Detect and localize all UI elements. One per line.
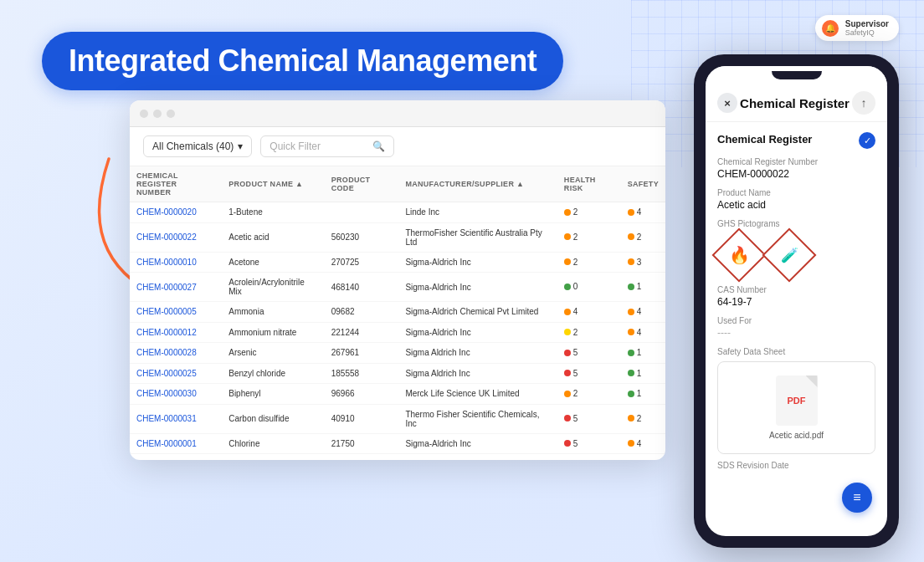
safety-cell: 4: [621, 322, 665, 343]
cas-number-label: CAS Number: [717, 285, 875, 294]
register-number-cell[interactable]: CHEM-0000030: [130, 384, 222, 405]
table-row[interactable]: CHEM-0000031 Carbon disulfide 40910 Ther…: [130, 404, 665, 433]
product-code-cell: 09682: [325, 302, 399, 323]
register-number-cell[interactable]: CHEM-0000020: [130, 202, 222, 223]
col-health-risk: Health Risk: [557, 166, 621, 202]
register-number-cell[interactable]: CHEM-0000025: [130, 363, 222, 384]
quick-filter-search[interactable]: Quick Filter 🔍: [260, 135, 394, 157]
safety-cell: 2: [621, 222, 665, 252]
table-toolbar: All Chemicals (40) ▾ Quick Filter 🔍: [130, 127, 665, 166]
register-number-cell[interactable]: CHEM-0000005: [130, 302, 222, 323]
browser-dot-1: [140, 110, 148, 118]
register-number-cell[interactable]: CHEM-0000031: [130, 404, 222, 433]
chevron-down-icon: ▾: [238, 140, 243, 152]
table-area: All Chemicals (40) ▾ Quick Filter 🔍 Chem…: [130, 127, 665, 454]
filter-dropdown[interactable]: All Chemicals (40) ▾: [143, 135, 252, 157]
health-risk-cell: 2: [557, 202, 621, 223]
supplier-cell: Sigma-Aldrich Inc: [398, 252, 557, 273]
product-name-label: Product Name: [717, 188, 875, 197]
supplier-cell: Sigma Aldrich Inc: [398, 343, 557, 364]
safety-cell: 4: [621, 433, 665, 454]
register-number-cell[interactable]: CHEM-0000022: [130, 222, 222, 252]
pdf-card[interactable]: PDF Acetic acid.pdf: [717, 361, 875, 454]
supplier-cell: Merck Life Science UK Limited: [398, 384, 557, 405]
upload-button[interactable]: ↑: [852, 91, 875, 115]
col-manufacturer: Manufacturer/Supplier ▲: [398, 166, 557, 202]
phone-app-title: Chemical Register: [740, 96, 850, 110]
health-risk-cell: 2: [557, 252, 621, 273]
col-safety: Safety: [621, 166, 665, 202]
health-risk-cell: 4: [557, 302, 621, 323]
header-user-bar: 🔔 Supervisor SafetyIQ: [815, 15, 899, 41]
safety-cell: 4: [621, 302, 665, 323]
register-number-cell[interactable]: CHEM-0000027: [130, 273, 222, 302]
user-subtitle: SafetyIQ: [845, 28, 889, 37]
browser-dot-2: [153, 110, 162, 118]
safety-cell: 2: [621, 404, 665, 433]
product-name-cell: Arsenic: [222, 343, 325, 364]
register-number-cell[interactable]: CHEM-0000028: [130, 343, 222, 364]
table-row[interactable]: CHEM-0000028 Arsenic 267961 Sigma Aldric…: [130, 343, 665, 364]
product-name-value: Acetic acid: [717, 199, 875, 211]
ghs-pictograms-label: GHS Pictograms: [717, 219, 875, 228]
product-name-cell: 1-Butene: [222, 202, 325, 223]
table-row[interactable]: CHEM-0000020 1-Butene Linde Inc 2 4: [130, 202, 665, 223]
table-row[interactable]: CHEM-0000030 Biphenyl 96966 Merck Life S…: [130, 384, 665, 405]
table-row[interactable]: CHEM-0000027 Acrolein/Acrylonitrile Mix …: [130, 273, 665, 302]
notification-bell[interactable]: 🔔: [822, 20, 839, 37]
table-header: Chemical RegisterNumber Product Name ▲ P…: [130, 166, 665, 202]
supplier-cell: Sigma-Aldrich Inc: [398, 273, 557, 302]
ghs-flammable: 🔥: [717, 233, 761, 277]
supplier-cell: Sigma Aldrich Inc: [398, 363, 557, 384]
table-row[interactable]: CHEM-0000025 Benzyl chloride 185558 Sigm…: [130, 363, 665, 384]
used-for-value: ----: [717, 327, 875, 339]
phone-app-header: × Chemical Register ↑: [706, 84, 887, 122]
product-name-cell: Biphenyl: [222, 384, 325, 405]
register-number-cell[interactable]: CHEM-0000001: [130, 433, 222, 454]
browser-bar: [130, 100, 665, 127]
phone-section-title: Chemical Register: [717, 133, 812, 146]
product-code-cell: [325, 202, 399, 223]
product-name-cell: Ammonia: [222, 302, 325, 323]
health-risk-cell: 2: [557, 384, 621, 405]
browser-dot-3: [167, 110, 175, 118]
ghs-pictograms: 🔥 🧪: [717, 233, 875, 277]
product-code-cell: 21750: [325, 433, 399, 454]
col-register-number: Chemical RegisterNumber: [130, 166, 222, 202]
product-name-cell: Acrolein/Acrylonitrile Mix: [222, 273, 325, 302]
supplier-cell: Thermo Fisher Scientific Chemicals, Inc: [398, 404, 557, 433]
col-product-name: Product Name ▲: [222, 166, 325, 202]
sds-revision-label: SDS Revision Date: [717, 461, 875, 470]
product-code-cell: 468140: [325, 273, 399, 302]
used-for-label: Used For: [717, 316, 875, 325]
table-row[interactable]: CHEM-0000012 Ammonium nitrate 221244 Sig…: [130, 322, 665, 343]
product-name-cell: Chlorine: [222, 433, 325, 454]
search-icon: 🔍: [372, 140, 385, 152]
table-row[interactable]: CHEM-0000022 Acetic acid 560230 ThermoFi…: [130, 222, 665, 252]
health-risk-cell: 5: [557, 343, 621, 364]
safety-cell: 3: [621, 252, 665, 273]
product-code-cell: 267961: [325, 343, 399, 364]
register-number-value: CHEM-0000022: [717, 168, 875, 180]
fab-button[interactable]: ≡: [842, 483, 872, 513]
product-name-cell: Ammonium nitrate: [222, 322, 325, 343]
phone-content: Chemical Register ✓ Chemical Register Nu…: [706, 122, 887, 536]
filter-dropdown-label: All Chemicals (40): [152, 140, 234, 152]
product-name-cell: Acetic acid: [222, 222, 325, 252]
product-name-cell: Carbon disulfide: [222, 404, 325, 433]
phone-notch: [772, 71, 822, 79]
table-row[interactable]: CHEM-0000001 Chlorine 21750 Sigma-Aldric…: [130, 433, 665, 454]
close-button[interactable]: ×: [717, 93, 737, 113]
product-code-cell: 40910: [325, 404, 399, 433]
register-number-cell[interactable]: CHEM-0000010: [130, 252, 222, 273]
product-code-cell: 221244: [325, 322, 399, 343]
user-name: Supervisor: [845, 19, 889, 28]
register-number-cell[interactable]: CHEM-0000012: [130, 322, 222, 343]
table-row[interactable]: CHEM-0000010 Acetone 270725 Sigma-Aldric…: [130, 252, 665, 273]
col-product-code: Product Code: [325, 166, 399, 202]
chemicals-table: Chemical RegisterNumber Product Name ▲ P…: [130, 166, 665, 454]
safety-cell: 1: [621, 363, 665, 384]
table-row[interactable]: CHEM-0000005 Ammonia 09682 Sigma-Aldrich…: [130, 302, 665, 323]
health-risk-cell: 5: [557, 404, 621, 433]
product-code-cell: 560230: [325, 222, 399, 252]
